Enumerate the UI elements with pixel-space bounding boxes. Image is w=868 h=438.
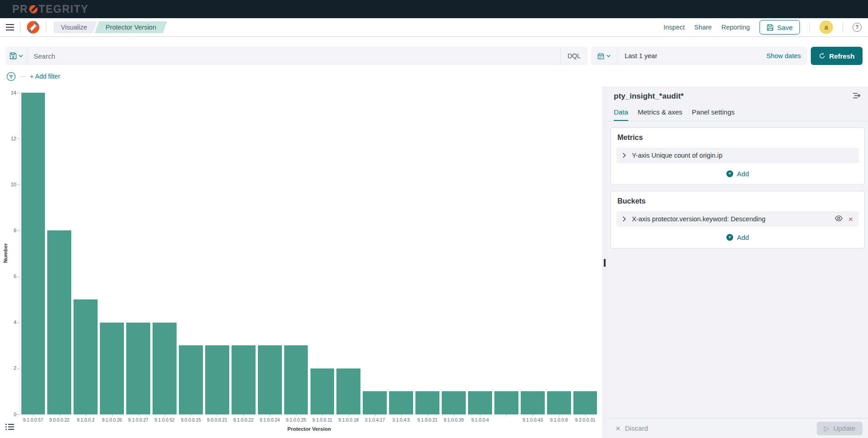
avatar[interactable]: a — [819, 20, 833, 34]
y-axis-tick-label: 10 — [0, 182, 16, 187]
nav-link-inspect[interactable]: Inspect — [663, 24, 685, 31]
search-input[interactable] — [27, 52, 560, 60]
chart-bar[interactable] — [47, 230, 71, 414]
breadcrumbs: VisualizeProtector Version — [54, 21, 167, 33]
chart-bar[interactable] — [74, 299, 98, 414]
save-button[interactable]: Save — [760, 20, 800, 35]
chart-bar[interactable] — [468, 391, 492, 414]
plus-circle-icon: + — [726, 234, 733, 241]
x-axis-tick — [138, 414, 139, 417]
chart-bar[interactable] — [100, 323, 124, 414]
chevron-down-icon — [607, 55, 611, 57]
x-axis-tick-label: 9.1.0.0.21 — [414, 418, 441, 423]
x-axis-tick — [480, 414, 480, 417]
nav-link-share[interactable]: Share — [694, 24, 712, 31]
chart-bar[interactable] — [311, 368, 335, 414]
x-axis-tick — [270, 414, 270, 417]
chart-bar[interactable] — [205, 345, 229, 414]
y-axis-tick-label: 8 — [0, 228, 16, 233]
x-axis-tick-label: 9.1.0.0.57 — [20, 418, 46, 423]
time-range-value[interactable]: Last 1 year — [617, 52, 657, 60]
help-icon: ? — [855, 24, 858, 30]
add-bucket-button[interactable]: + Add — [726, 234, 749, 241]
tab-data[interactable]: Data — [614, 108, 628, 121]
update-button[interactable]: ▷ Update — [817, 422, 863, 435]
nav-actions: InspectShareReporting Save a ? — [663, 20, 862, 35]
chart-bar[interactable] — [494, 391, 518, 414]
save-button-label: Save — [777, 24, 793, 31]
resize-grip-icon — [604, 259, 606, 267]
toggle-visibility-button[interactable] — [835, 215, 843, 223]
add-metric-button[interactable]: + Add — [726, 170, 749, 178]
app-logo-icon[interactable] — [20, 20, 46, 34]
buckets-section: Buckets X-axis protector.version.keyword… — [611, 191, 865, 249]
date-picker-button[interactable] — [591, 47, 617, 65]
help-button[interactable]: ? — [853, 23, 862, 32]
chart-bar[interactable] — [336, 368, 360, 414]
hamburger-icon — [6, 24, 14, 30]
x-axis-tick — [33, 414, 34, 417]
metric-row[interactable]: Y-axis Unique count of origin.ip — [616, 148, 859, 163]
menu-button[interactable] — [0, 18, 20, 36]
chart-bar[interactable] — [415, 391, 439, 414]
chart-bar[interactable] — [179, 345, 203, 414]
chart-bar[interactable] — [153, 323, 177, 414]
play-icon: ▷ — [824, 424, 829, 433]
chart-bar[interactable] — [442, 391, 466, 414]
y-axis-tick — [17, 230, 20, 231]
index-pattern-title: pty_insight_*audit* — [614, 92, 684, 101]
x-axis-tick-label: 9.1.0.0.26 — [99, 418, 125, 423]
discard-button[interactable]: × Discard — [616, 424, 648, 433]
legend-toggle-button[interactable] — [5, 423, 14, 432]
chart-bar[interactable] — [521, 391, 545, 414]
query-language-button[interactable]: DQL — [560, 47, 587, 65]
filter-icon — [6, 72, 16, 81]
tab-metrics-axes[interactable]: Metrics & axes — [638, 108, 682, 121]
y-axis-line — [20, 93, 20, 414]
bucket-row[interactable]: X-axis protector.version.keyword: Descen… — [616, 211, 859, 227]
buckets-title: Buckets — [617, 197, 859, 205]
show-dates-button[interactable]: Show dates — [766, 52, 807, 60]
tab-panel-settings[interactable]: Panel settings — [692, 108, 735, 121]
collapse-panel-button[interactable] — [852, 92, 861, 101]
remove-bucket-button[interactable]: × — [848, 215, 853, 223]
chart-bar[interactable] — [389, 391, 413, 414]
refresh-label: Refresh — [829, 52, 855, 60]
avatar-initial: a — [824, 24, 828, 31]
x-axis-tick — [86, 414, 86, 417]
breadcrumb-protector-version[interactable]: Protector Version — [95, 21, 167, 33]
x-axis-line — [20, 414, 599, 415]
refresh-icon — [819, 53, 825, 59]
editor-header: pty_insight_*audit* — [609, 86, 868, 101]
saved-query-button[interactable] — [5, 47, 27, 65]
panel-resize-handle[interactable] — [602, 86, 609, 438]
editor-tabs: DataMetrics & axesPanel settings — [609, 101, 868, 121]
y-axis-tick-label: 12 — [0, 136, 16, 141]
chart-bar[interactable] — [258, 345, 282, 414]
brand-o-icon — [29, 5, 38, 14]
x-axis-tick-label: 9.2.0.0.31 — [572, 418, 598, 423]
breadcrumb-visualize[interactable]: Visualize — [54, 21, 97, 33]
chart-bar[interactable] — [547, 391, 571, 414]
y-axis-tick — [17, 184, 20, 185]
chart-bar[interactable] — [284, 345, 308, 414]
x-axis-tick — [585, 414, 586, 417]
x-axis-tick-label: 3.1.0.4.17 — [362, 418, 388, 423]
brand-pre: PR — [12, 3, 28, 15]
chart-bar[interactable] — [363, 391, 387, 414]
add-filter-button[interactable]: + Add filter — [30, 73, 60, 80]
add-bucket-label: Add — [737, 234, 749, 241]
refresh-button[interactable]: Refresh — [811, 47, 863, 65]
x-axis-tick-label: 9.1.0.0.8 — [546, 418, 572, 423]
chart-bar[interactable] — [573, 391, 597, 414]
chart-bar[interactable] — [232, 345, 256, 414]
discard-label: Discard — [625, 424, 648, 432]
nav-link-reporting[interactable]: Reporting — [721, 24, 750, 31]
x-axis-title: Protector Version — [20, 426, 598, 432]
chart-bar[interactable] — [21, 93, 45, 414]
x-axis-tick — [454, 414, 454, 417]
chart-bar[interactable] — [126, 323, 150, 414]
x-axis-tick-label: 9.1.0.0.39 — [441, 418, 467, 423]
chevron-right-icon — [622, 153, 626, 158]
y-axis-tick-label: 14 — [0, 90, 16, 95]
